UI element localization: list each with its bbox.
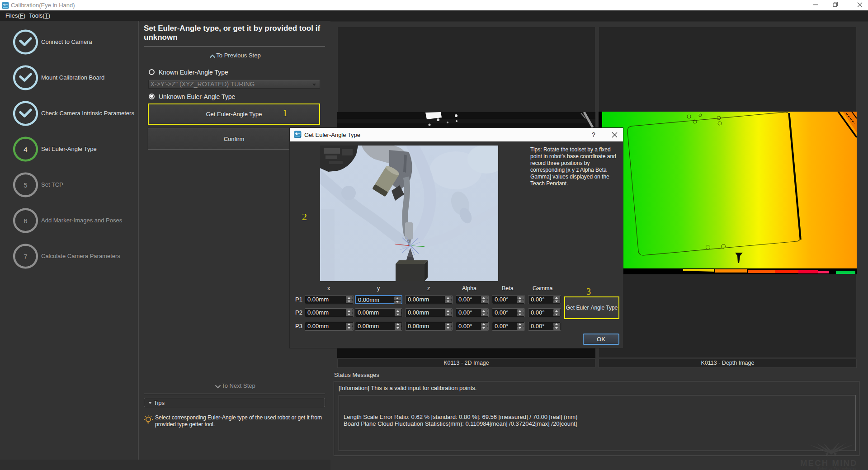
svg-text:MECH MIND: MECH MIND: [800, 458, 858, 468]
svg-text:Robotics Technologies: Robotics Technologies: [817, 467, 857, 470]
